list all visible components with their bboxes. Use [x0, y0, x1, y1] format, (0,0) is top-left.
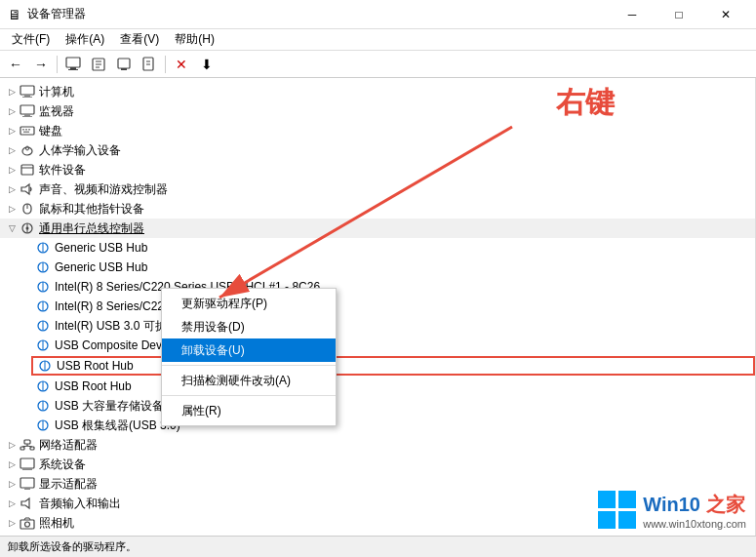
toolbar-download[interactable]: ⬇	[195, 54, 219, 75]
label-generic-hub-1: Generic USB Hub	[55, 241, 147, 255]
tree-item-camera[interactable]: ▷ 照相机	[0, 513, 755, 533]
svg-rect-54	[20, 447, 24, 450]
usb-icon	[35, 398, 51, 414]
tree-item-system[interactable]: ▷ 系统设备	[0, 455, 755, 474]
toolbar-new[interactable]	[138, 54, 161, 75]
computer-icon	[20, 84, 35, 99]
expand-icon: ▷	[4, 162, 20, 178]
ctx-properties[interactable]: 属性(R)	[162, 399, 336, 422]
svg-rect-62	[24, 488, 30, 490]
expand-icon: ▷	[4, 515, 20, 531]
svg-rect-53	[24, 440, 30, 444]
toolbar: ← → ✕ ⬇	[0, 51, 756, 78]
label-audio: 声音、视频和游戏控制器	[39, 181, 168, 198]
title-bar: 🖥 设备管理器 ─ □ ✕	[0, 0, 756, 29]
tree-item-intel-xhci[interactable]: Intel(R) USB 3.0 可扩展主机控制器 - 1.0 (Microso…	[31, 316, 755, 336]
toolbar-back[interactable]: ←	[4, 54, 27, 75]
tree-item-usb-root-hub-1[interactable]: USB Root Hub	[31, 356, 755, 376]
menu-action[interactable]: 操作(A)	[58, 29, 112, 50]
menu-file[interactable]: 文件(F)	[4, 29, 58, 50]
close-button[interactable]: ✕	[703, 0, 748, 29]
tree-item-usb-controller[interactable]: ▽ 通用串行总线控制器	[0, 219, 755, 238]
tree-item-usb-root-hub-2[interactable]: USB Root Hub	[31, 377, 755, 396]
usb-controller-icon	[20, 220, 35, 236]
window-title: 设备管理器	[27, 6, 86, 22]
svg-rect-16	[24, 114, 30, 116]
svg-rect-18	[20, 127, 34, 135]
svg-rect-17	[22, 116, 32, 117]
tree-item-generic-hub-1[interactable]: Generic USB Hub	[31, 238, 755, 258]
ctx-update-driver[interactable]: 更新驱动程序(P)	[162, 292, 336, 315]
sound-io-icon	[20, 496, 35, 511]
ctx-disable-device[interactable]: 禁用设备(D)	[162, 315, 336, 338]
label-keyboard: 键盘	[39, 123, 62, 139]
ctx-scan-hardware[interactable]: 扫描检测硬件改动(A)	[162, 369, 336, 392]
svg-rect-14	[22, 97, 32, 98]
tree-item-network[interactable]: ▷ 网络适配器	[0, 435, 755, 455]
monitor-icon	[20, 103, 35, 119]
menu-help[interactable]: 帮助(H)	[167, 29, 222, 50]
expand-icon: ▷	[4, 496, 20, 511]
svg-rect-8	[121, 68, 127, 70]
tree-item-intel-ehci2[interactable]: Intel(R) 8 Series/C220 Series USB EHCI #…	[31, 297, 755, 316]
label-usb-storage: USB 大容量存储设备	[55, 398, 164, 415]
toolbar-delete[interactable]: ✕	[170, 54, 193, 75]
svg-point-32	[26, 227, 29, 230]
title-icon: 🖥	[8, 7, 21, 22]
tree-item-composite[interactable]: USB Composite Device	[31, 336, 755, 355]
svg-point-65	[25, 522, 30, 527]
svg-rect-22	[23, 132, 29, 134]
status-bar: 卸载所选设备的驱动程序。	[0, 536, 756, 557]
label-usb-root-hub-1: USB Root Hub	[57, 359, 134, 373]
title-bar-left: 🖥 设备管理器	[8, 6, 86, 22]
tree-item-monitor[interactable]: ▷ 监视器	[0, 101, 755, 121]
tree-item-software[interactable]: ▷ 软件设备	[0, 160, 755, 179]
label-monitor: 监视器	[39, 103, 74, 120]
status-text: 卸载所选设备的驱动程序。	[8, 539, 137, 554]
tree-item-audio[interactable]: ▷ 声音、视频和游戏控制器	[0, 179, 755, 199]
label-generic-hub-2: Generic USB Hub	[55, 260, 147, 274]
tree-item-mouse[interactable]: ▷ 鼠标和其他指针设备	[0, 199, 755, 219]
hid-icon	[20, 142, 35, 158]
svg-rect-12	[20, 86, 34, 95]
menu-view[interactable]: 查看(V)	[112, 29, 167, 50]
label-composite: USB Composite Device	[55, 338, 177, 352]
usb-icon	[35, 338, 51, 353]
tree-item-usb-storage[interactable]: USB 大容量存储设备	[31, 396, 755, 416]
tree-item-intel-ehci1[interactable]: Intel(R) 8 Series/C220 Series USB EHCI #…	[31, 277, 755, 297]
toolbar-props[interactable]	[87, 54, 110, 75]
tree-item-hid[interactable]: ▷ 人体学输入设备	[0, 140, 755, 160]
toolbar-scan[interactable]	[112, 54, 136, 75]
label-mouse: 鼠标和其他指针设备	[39, 201, 144, 218]
toolbar-computer[interactable]	[61, 54, 85, 75]
mouse-icon	[20, 201, 35, 217]
device-tree[interactable]: ▷ 计算机 ▷ 监视器 ▷ 键盘 ▷ 人体学输入设备	[0, 78, 756, 536]
expand-icon: ▷	[4, 457, 20, 472]
usb-icon	[35, 240, 51, 256]
tree-item-display[interactable]: ▷ 显示适配器	[0, 474, 755, 494]
usb-icon	[35, 318, 51, 334]
expand-icon: ▷	[4, 476, 20, 492]
svg-marker-63	[21, 498, 29, 508]
tree-item-usb-root-hub-3[interactable]: USB 根集线器(USB 3.0)	[31, 416, 755, 435]
svg-rect-13	[24, 95, 30, 97]
minimize-button[interactable]: ─	[610, 0, 655, 29]
svg-marker-27	[21, 184, 29, 194]
svg-rect-55	[30, 447, 34, 450]
expand-icon: ▷	[4, 437, 20, 453]
ctx-uninstall-device[interactable]: 卸载设备(U)	[162, 338, 336, 362]
toolbar-sep-2	[165, 56, 166, 73]
toolbar-forward[interactable]: →	[29, 54, 53, 75]
audio-icon	[20, 181, 35, 197]
tree-item-sound-io[interactable]: ▷ 音频输入和输出	[0, 494, 755, 513]
tree-item-generic-hub-2[interactable]: Generic USB Hub	[31, 258, 755, 277]
usb-icon	[37, 358, 53, 374]
maximize-button[interactable]: □	[657, 0, 701, 29]
svg-rect-64	[20, 520, 34, 529]
expand-icon: ▷	[4, 84, 20, 99]
svg-point-23	[22, 147, 32, 155]
tree-item-keyboard[interactable]: ▷ 键盘	[0, 121, 755, 140]
expand-usb: ▽	[4, 220, 20, 236]
usb-icon	[35, 259, 51, 275]
tree-item-computer[interactable]: ▷ 计算机	[0, 82, 755, 101]
